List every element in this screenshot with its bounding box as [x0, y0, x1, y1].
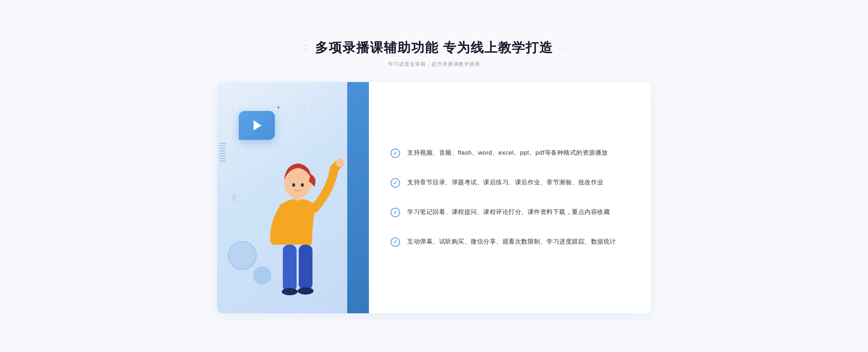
page-title: 多项录播课辅助功能 专为线上教学打造 [315, 39, 553, 57]
stripe-line-1 [219, 143, 226, 144]
page-container: ⁚⁚ 多项录播课辅助功能 专为线上教学打造 ⁚⁚ 学习进度全掌握，提升录播课教学… [217, 39, 651, 313]
play-triangle-icon [254, 120, 261, 130]
stripe-line-8 [219, 160, 226, 162]
stripe-decoration [217, 140, 228, 183]
check-mark-1: ✓ [393, 150, 397, 156]
feature-item-3: ✓ 学习笔记回看、课程提问、课程评论打分、课件资料下载，重点内容收藏 [391, 199, 629, 226]
feature-item-4: ✓ 互动弹幕、试听购买、微信分享、观看次数限制、学习进度跟踪、数据统计 [391, 229, 629, 255]
chevron-left-decoration: 《 [228, 192, 237, 203]
title-row: ⁚⁚ 多项录播课辅助功能 专为线上教学打造 ⁚⁚ [217, 39, 651, 57]
svg-point-4 [298, 287, 314, 295]
feature-text-2: 支持章节目录、弹题考试、课后练习、课后作业、章节测验、批改作业 [407, 177, 604, 188]
feature-text-1: 支持视频、音频、flash、word、excel、ppt、pdf等各种格式的资源… [407, 148, 608, 158]
blue-sidebar-bar [347, 82, 369, 313]
sparkle-decoration [277, 106, 280, 109]
header-section: ⁚⁚ 多项录播课辅助功能 专为线上教学打造 ⁚⁚ 学习进度全掌握，提升录播课教学… [217, 39, 651, 68]
check-mark-4: ✓ [393, 239, 397, 245]
illustration-panel: 《 [217, 82, 369, 313]
page-subtitle: 学习进度全掌握，提升录播课教学效果 [217, 61, 651, 68]
stripe-line-2 [219, 145, 226, 146]
page-wrapper: » ⁚⁚ 多项录播课辅助功能 专为线上教学打造 ⁚⁚ 学习进度全掌握，提升录播课… [217, 39, 651, 313]
svg-rect-1 [283, 245, 297, 292]
svg-rect-2 [299, 245, 312, 290]
title-dots-left: ⁚⁚ [303, 44, 309, 52]
check-mark-2: ✓ [393, 180, 397, 186]
check-circle-4: ✓ [391, 237, 400, 247]
stripe-line-7 [219, 158, 226, 159]
check-circle-3: ✓ [391, 208, 400, 217]
svg-point-3 [282, 288, 298, 295]
stripe-line-6 [219, 155, 226, 156]
stripe-line-3 [219, 148, 226, 149]
stripe-line-5 [219, 153, 226, 154]
check-mark-3: ✓ [393, 210, 397, 215]
feature-item-2: ✓ 支持章节目录、弹题考试、课后练习、课后作业、章节测验、批改作业 [391, 169, 629, 196]
check-circle-2: ✓ [391, 178, 400, 188]
svg-point-8 [292, 183, 295, 187]
svg-point-9 [301, 183, 304, 187]
feature-text-3: 学习笔记回看、课程提问、课程评论打分、课件资料下载，重点内容收藏 [407, 207, 610, 218]
check-circle-1: ✓ [391, 149, 400, 158]
svg-point-5 [336, 158, 344, 167]
stripe-line-4 [219, 150, 226, 151]
feature-text-4: 互动弹幕、试听购买、微信分享、观看次数限制、学习进度跟踪、数据统计 [407, 237, 616, 247]
person-illustration [247, 133, 349, 313]
title-dots-right: ⁚⁚ [559, 44, 565, 52]
content-area: 《 ✓ 支持视频、音频、flash、word、excel、ppt、pdf等各种格… [217, 82, 651, 313]
features-panel: ✓ 支持视频、音频、flash、word、excel、ppt、pdf等各种格式的… [369, 82, 651, 313]
feature-item-1: ✓ 支持视频、音频、flash、word、excel、ppt、pdf等各种格式的… [391, 140, 629, 167]
